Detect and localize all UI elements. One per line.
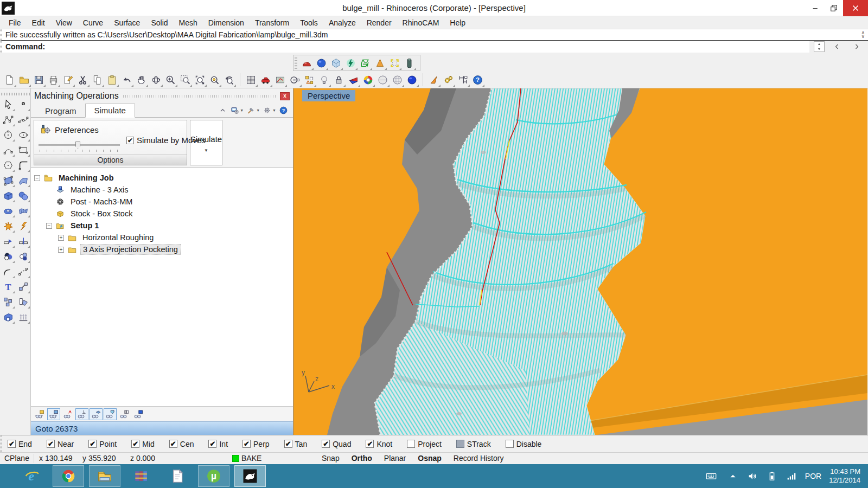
osnap-checkbox-unchecked[interactable]	[506, 440, 514, 448]
history-expand-icon[interactable]: ∧∨	[861, 31, 865, 38]
analyze-wedge-icon[interactable]	[346, 73, 361, 87]
command-input[interactable]	[45, 41, 809, 53]
osnap-checkbox-unchecked[interactable]	[407, 440, 415, 448]
panel-help-icon[interactable]: ?	[278, 105, 289, 115]
menu-item-solid[interactable]: Solid	[145, 17, 173, 28]
corner-curve-icon[interactable]	[16, 158, 30, 172]
sim-stock-icon[interactable]	[33, 408, 46, 420]
lock-icon[interactable]	[331, 73, 346, 87]
menu-item-curve[interactable]: Curve	[78, 17, 108, 28]
sphere-white-icon[interactable]	[375, 73, 390, 87]
paste-icon[interactable]	[105, 73, 119, 87]
surface-points-icon[interactable]	[1, 174, 15, 188]
osnap-perp[interactable]: Perp	[242, 440, 270, 448]
viewport-title[interactable]: Perspective	[302, 90, 355, 101]
cut-icon[interactable]	[75, 73, 90, 87]
tree-item-horizontal-roughing[interactable]: +Horizontal Roughing	[31, 232, 293, 243]
gears-icon[interactable]	[441, 73, 456, 87]
status-pane-osnap[interactable]: Osnap	[418, 454, 442, 463]
osnap-cen[interactable]: Cen	[169, 440, 194, 448]
pen-cone-icon[interactable]	[373, 56, 387, 70]
simulate-by-moves-checkbox[interactable]: Simulate by Moves	[126, 136, 190, 145]
menu-item-surface[interactable]: Surface	[108, 17, 145, 28]
osnap-checkbox-checked[interactable]	[322, 440, 330, 448]
osnap-int[interactable]: Int	[208, 440, 228, 448]
expander-plus-icon[interactable]: +	[58, 247, 64, 253]
osnap-mid[interactable]: Mid	[131, 440, 155, 448]
map-icon[interactable]	[273, 73, 288, 87]
tree-item-stock-box-stock[interactable]: Stock - Box Stock	[31, 208, 293, 220]
menu-item-help[interactable]: Help	[444, 17, 471, 28]
sim-holder-icon[interactable]	[104, 408, 117, 420]
expander-minus-icon[interactable]: −	[34, 175, 40, 181]
wireframe-box-icon[interactable]	[358, 56, 373, 70]
preferences-button[interactable]: Preferences	[39, 123, 125, 137]
bake-layer-pane[interactable]: BAKE	[232, 454, 261, 463]
toolbar-grip[interactable]	[295, 57, 297, 69]
menu-item-transform[interactable]: Transform	[250, 17, 295, 28]
menu-item-rhinocam[interactable]: RhinoCAM	[397, 17, 445, 28]
maximize-button[interactable]	[825, 0, 843, 16]
osnap-checkbox-checked[interactable]	[47, 440, 55, 448]
osnap-checkbox-filled[interactable]	[456, 440, 464, 448]
close-button[interactable]	[843, 0, 868, 16]
menu-item-dimension[interactable]: Dimension	[203, 17, 250, 28]
menu-item-tools[interactable]: Tools	[295, 17, 323, 28]
lightbulb-icon[interactable]	[317, 73, 331, 87]
array-icon[interactable]	[16, 310, 30, 324]
boolean-light-icon[interactable]	[16, 249, 30, 264]
volume-icon[interactable]	[746, 470, 758, 482]
osnap-point[interactable]: Point	[88, 440, 117, 448]
osnap-near[interactable]: Near	[47, 440, 74, 448]
zoom-selected-icon[interactable]	[207, 73, 222, 87]
rhino-app-icon[interactable]	[234, 465, 266, 487]
sphere-blue-icon[interactable]	[405, 73, 419, 87]
collapse-chevron-icon[interactable]	[218, 105, 228, 115]
tab-program[interactable]: Program	[36, 105, 85, 118]
burst-icon[interactable]	[16, 219, 30, 233]
technical-view-icon[interactable]	[402, 56, 417, 70]
solid-tools-icon[interactable]	[1, 310, 15, 324]
menu-item-edit[interactable]: Edit	[27, 17, 50, 28]
cplane-icon[interactable]	[288, 73, 302, 87]
network-icon[interactable]	[786, 470, 797, 482]
trim-icon[interactable]	[1, 234, 15, 248]
zoom-extents-icon[interactable]	[193, 73, 207, 87]
osnap-disable[interactable]: Disable	[506, 440, 542, 448]
panel-header[interactable]: Machining Operations x	[31, 88, 293, 104]
panel-drag-handle[interactable]	[123, 95, 276, 98]
sim-tool-icon[interactable]	[75, 408, 88, 420]
tree-item-machine-3-axis[interactable]: Machine - 3 Axis	[31, 184, 293, 196]
interp-curve-icon[interactable]	[16, 113, 30, 127]
osnap-project[interactable]: Project	[407, 440, 442, 448]
status-pane-ortho[interactable]: Ortho	[352, 454, 372, 463]
boolean-dark-icon[interactable]	[1, 249, 15, 264]
perspective-viewport[interactable]: y z x Perspective	[293, 88, 867, 435]
osnap-checkbox-checked[interactable]	[242, 440, 251, 448]
palette-grip[interactable]	[1, 93, 15, 95]
color-wheel-icon[interactable]	[361, 73, 375, 87]
shaded-sphere-icon[interactable]	[314, 56, 329, 70]
circle-icon[interactable]	[1, 128, 15, 142]
osnap-strack[interactable]: STrack	[456, 440, 491, 448]
taskbar-clock[interactable]: 10:43 PM 12/1/2014	[829, 467, 860, 485]
box-icon[interactable]	[1, 189, 15, 203]
pan-icon[interactable]	[134, 73, 149, 87]
command-prompt[interactable]: Command:	[0, 41, 868, 53]
minimize-button[interactable]	[806, 0, 825, 16]
rotate-icon[interactable]	[16, 295, 30, 309]
osnap-checkbox-checked[interactable]	[8, 440, 16, 448]
sim-save-icon[interactable]	[132, 408, 145, 420]
dimension-icon[interactable]	[456, 73, 470, 87]
blocks-icon[interactable]	[1, 295, 15, 309]
fillet-icon[interactable]	[1, 265, 15, 279]
status-pane-snap[interactable]: Snap	[322, 454, 340, 463]
split-icon[interactable]	[16, 234, 30, 248]
language-indicator[interactable]: POR	[805, 472, 821, 480]
post-hammer-icon[interactable]: ▼	[246, 105, 260, 115]
osnap-checkbox-checked[interactable]	[131, 440, 139, 448]
control-curve-icon[interactable]	[1, 113, 15, 127]
osnap-end[interactable]: End	[8, 440, 32, 448]
undo-icon[interactable]	[119, 73, 134, 87]
point-icon[interactable]	[16, 98, 30, 112]
